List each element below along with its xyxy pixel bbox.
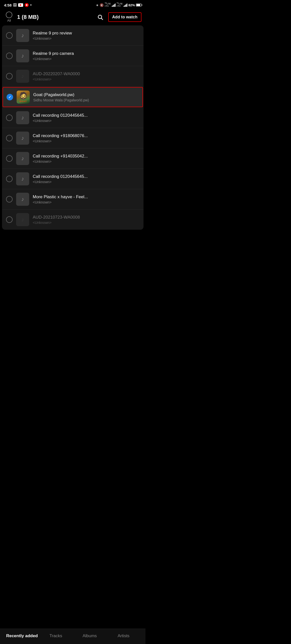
bluetooth-icon: ∗ [96,3,99,7]
music-note-icon: ♪ [21,155,24,162]
header: All 1 (8 MB) Add to watch [0,9,146,25]
track-info: Realme 9 pro review <Unknown> [33,31,139,41]
track-artist: <Unknown> [33,139,139,143]
list-item[interactable]: ♪ Realme 9 pro review <Unknown> [2,25,143,46]
track-name: Call recording 0120445645... [33,174,139,179]
track-info: AUD-20220207-WA0000 <Unknown> [33,71,139,81]
signal-bars-2 [124,3,127,7]
list-item[interactable]: ✓ 🧔 GOAT Goat (Pagalworld.pw) Sidhu Moos… [3,87,143,107]
checkmark-icon: ✓ [8,95,11,99]
track-artist: <Unknown> [33,221,139,225]
track-checkbox[interactable] [6,155,13,162]
status-left: 4:58 🖼 • [4,3,32,7]
track-checkbox[interactable]: ✓ [7,94,13,100]
music-note-icon: ♪ [21,135,24,141]
status-bar: 4:58 🖼 • ∗ 🔇 VoLTELTE1 VoLTELTE2 [0,0,146,9]
track-artist: <Unknown> [33,57,139,61]
selection-count: 1 (8 MB) [17,14,92,20]
goat-label: GOAT [19,100,27,103]
track-info: Call recording +918068076... <Unknown> [33,133,139,143]
status-right: ∗ 🔇 VoLTELTE1 VoLTELTE2 82% [96,2,141,8]
list-item[interactable]: ♪ Realme 9 pro camera <Unknown> [2,46,143,66]
svg-line-1 [101,18,103,20]
status-time: 4:58 [4,3,12,7]
dot-indicator: • [30,3,32,7]
track-name: AUD-20210723-WA0008 [33,215,139,220]
lte1-indicator: VoLTELTE1 [105,2,111,8]
track-info: Call recording 0120445645... <Unknown> [33,174,139,184]
list-item[interactable]: ♪ AUD-20210723-WA0008 <Unknown> [2,210,143,230]
gallery-icon: 🖼 [13,3,17,7]
goat-figure: 🧔 [19,92,28,100]
track-info: Goat (Pagalworld.pw) Sidhu Moose Wala (P… [33,92,139,102]
music-note-icon: ♪ [21,32,24,39]
track-artist: <Unknown> [33,159,139,164]
list-item[interactable]: ♪ More Plastic x hayve - Feel... <Unknow… [2,189,143,210]
track-name: Goat (Pagalworld.pw) [33,92,139,97]
track-checkbox[interactable] [6,114,13,121]
track-artist: <Unknown> [33,200,139,204]
list-item[interactable]: ♪ Call recording +918068076... <Unknown> [2,128,143,148]
search-button[interactable] [95,12,105,22]
track-info: More Plastic x hayve - Feel... <Unknown> [33,194,139,204]
music-note-icon: ♪ [21,196,24,203]
track-artist: <Unknown> [33,77,139,81]
track-name: Realme 9 pro camera [33,51,139,56]
track-name: Call recording 0120445645... [33,113,139,118]
battery-percent: 82% [128,3,135,7]
track-name: AUD-20220207-WA0000 [33,71,139,76]
list-item[interactable]: ♪ AUD-20220207-WA0000 <Unknown> [2,66,143,87]
music-note-icon: ♪ [21,53,24,59]
track-info: AUD-20210723-WA0008 <Unknown> [33,215,139,225]
music-note-icon: ♪ [21,73,24,79]
track-name: Call recording +918068076... [33,133,139,138]
track-thumbnail: ♪ [16,49,29,62]
music-note-icon: ♪ [21,114,24,121]
track-thumbnail: ♪ [16,193,29,206]
track-name: Realme 9 pro review [33,31,139,36]
track-artist: <Unknown> [33,36,139,41]
track-checkbox[interactable] [6,196,13,203]
track-info: Call recording 0120445645... <Unknown> [33,113,139,123]
select-all-checkbox[interactable] [6,12,12,18]
track-checkbox[interactable] [6,216,13,223]
track-thumbnail: ♪ [16,132,29,145]
track-checkbox[interactable] [6,176,13,182]
track-name: More Plastic x hayve - Feel... [33,194,139,199]
lte2-indicator: VoLTELTE2 [117,2,123,8]
track-name: Call recording +914035042... [33,154,139,159]
track-thumbnail: ♪ [16,70,29,83]
battery-icon [136,4,141,7]
notification-icon [25,3,29,7]
mute-icon: 🔇 [100,3,104,7]
track-thumbnail: ♪ [16,172,29,185]
track-thumbnail: 🧔 GOAT [17,91,30,104]
track-thumbnail: ♪ [16,111,29,124]
track-thumbnail: ♪ [16,29,29,42]
track-checkbox[interactable] [6,73,13,79]
track-info: Realme 9 pro camera <Unknown> [33,51,139,61]
track-thumbnail: ♪ [16,152,29,165]
add-to-watch-button[interactable]: Add to watch [108,12,141,22]
list-item[interactable]: ♪ Call recording 0120445645... <Unknown> [2,108,143,128]
track-checkbox[interactable] [6,135,13,141]
signal-bars-1 [112,3,116,7]
music-note-icon: ♪ [21,216,24,223]
track-thumbnail: ♪ [16,213,29,226]
track-list: ♪ Realme 9 pro review <Unknown> ♪ Realme… [2,25,143,230]
youtube-icon [18,3,23,7]
track-info: Call recording +914035042... <Unknown> [33,154,139,164]
list-item[interactable]: ♪ Call recording 0120445645... <Unknown> [2,169,143,189]
header-left: All [4,12,14,22]
track-artist: <Unknown> [33,119,139,123]
all-label: All [7,19,11,22]
track-artist: Sidhu Moose Wala (Pagalworld.pw) [33,98,139,102]
track-checkbox[interactable] [6,32,13,39]
list-item[interactable]: ♪ Call recording +914035042... <Unknown> [2,148,143,169]
track-checkbox[interactable] [6,53,13,59]
track-artist: <Unknown> [33,180,139,184]
music-note-icon: ♪ [21,176,24,182]
